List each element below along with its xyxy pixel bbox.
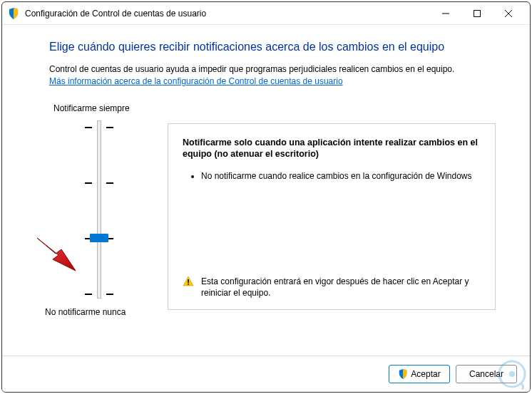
slider-tick	[85, 294, 113, 295]
titlebar: Configuración de Control de cuentas de u…	[2, 2, 530, 25]
shield-icon	[8, 8, 19, 19]
slider-area: Notificarme siempre No notificarme nunca…	[49, 103, 496, 317]
maximize-button[interactable]	[461, 3, 493, 24]
ok-button[interactable]: Aceptar	[389, 365, 450, 383]
more-info-link[interactable]: Más información acerca de la configuraci…	[49, 76, 343, 86]
svg-rect-4	[188, 279, 189, 283]
uac-settings-window: Configuración de Control de cuentas de u…	[1, 1, 531, 393]
cancel-button[interactable]: Cancelar	[456, 365, 517, 383]
svg-rect-1	[474, 10, 481, 16]
slider-tick	[85, 182, 113, 184]
panel-title: Notificarme solo cuando una aplicación i…	[183, 137, 481, 161]
slider-tick	[85, 127, 113, 128]
panel-list: No notificarme cuando realice cambios en…	[183, 170, 481, 182]
content-area: Elige cuándo quieres recibir notificacio…	[2, 25, 530, 356]
minimize-button[interactable]	[430, 3, 461, 24]
slider-top-label: Notificarme siempre	[53, 103, 149, 113]
page-heading: Elige cuándo quieres recibir notificacio…	[49, 41, 496, 53]
panel-bullet: No notificarme cuando realice cambios en…	[201, 170, 481, 182]
window-title: Configuración de Control de cuentas de u…	[25, 9, 430, 19]
footer: Aceptar Cancelar	[2, 356, 530, 392]
close-button[interactable]	[493, 3, 524, 24]
slider-thumb[interactable]	[90, 234, 108, 242]
panel-warning: Esta configuración entrará en vigor desp…	[183, 276, 481, 299]
cancel-button-label: Cancelar	[469, 369, 503, 379]
warning-icon	[183, 276, 194, 287]
panel-warning-text: Esta configuración entrará en vigor desp…	[201, 276, 481, 299]
page-description: Control de cuentas de usuario ayuda a im…	[49, 63, 496, 76]
slider-track[interactable]	[49, 120, 149, 299]
slider-bottom-label: No notificarme nunca	[45, 307, 149, 317]
svg-rect-5	[188, 284, 189, 285]
slider-column: Notificarme siempre No notificarme nunca	[49, 103, 149, 317]
ok-button-label: Aceptar	[411, 369, 440, 379]
info-panel: Notificarme solo cuando una aplicación i…	[168, 123, 496, 310]
shield-icon	[398, 369, 408, 379]
